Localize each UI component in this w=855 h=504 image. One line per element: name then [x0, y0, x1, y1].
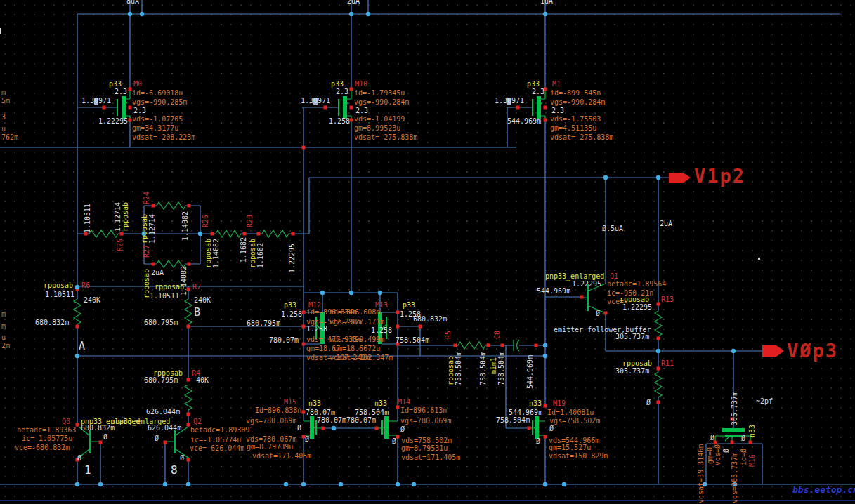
pin-label-v1p2[interactable]: V1p2 — [694, 166, 745, 185]
schematic-label: id=Ø — [740, 449, 748, 465]
schematic-label: vdsat=-275.838m — [550, 134, 613, 141]
schematic-label: 1.22295 — [289, 244, 296, 273]
schematic-label: 1.258 — [371, 327, 392, 334]
schematic-label: 240K — [84, 297, 100, 304]
schematic-label: vdsat=-208.223m — [132, 134, 195, 141]
schematic-label: 305.737m — [615, 368, 649, 375]
schematic-label: vds=758.502m — [401, 437, 452, 444]
schematic-label: 1.10511 — [45, 291, 74, 298]
schematic-label: vds=-1.07705 — [132, 116, 183, 123]
schematic-label: 1.258 — [306, 326, 327, 333]
schematic-label: 1.12714 — [115, 202, 122, 232]
schematic-label: Ø — [549, 425, 554, 432]
schematic-label: vdsat=-102.347m — [329, 354, 393, 362]
schematic-label: Ø — [596, 310, 600, 317]
schematic-label: 758.504m — [455, 352, 462, 385]
schematic-label: gm=Ø — [707, 447, 714, 464]
schematic-label: 305.737m — [731, 392, 738, 425]
schematic-label: 2.3 — [336, 88, 348, 95]
schematic-label: gm=15.527u — [549, 444, 591, 451]
schematic-label: 2uA — [660, 220, 672, 227]
schematic-label: R25 — [117, 239, 124, 251]
schematic-label: id=-896.608n — [329, 309, 380, 316]
schematic-label: 780.07m — [306, 409, 335, 416]
schematic-label: 1.22295 — [98, 118, 128, 125]
schematic-label: 544.969m — [537, 288, 570, 295]
schematic-label: m — [1, 323, 6, 330]
schematic-label: 1.10511 — [150, 293, 179, 300]
pin-label-v0p3[interactable]: VØp3 — [787, 341, 838, 360]
schematic-label: 8uA — [126, 0, 139, 5]
schematic-label: 626.044m — [146, 409, 180, 416]
schematic-label: rpposab — [155, 284, 184, 291]
schematic-label: 1.30971 — [301, 98, 330, 105]
schematic-label: rpposab — [122, 202, 129, 232]
schematic-label: rpposab — [620, 296, 649, 303]
schematic-label: A — [79, 341, 85, 352]
schematic-label: u — [1, 334, 6, 341]
schematic-label: 758.504m — [496, 417, 530, 424]
schematic-label: Ø — [400, 426, 405, 433]
schematic-label: 680.832m — [413, 316, 447, 323]
schematic-label: 1.10511 — [84, 204, 91, 233]
schematic-label: R24 — [143, 192, 150, 204]
schematic-label: M10 — [355, 81, 367, 88]
schematic-label: 680.795m — [144, 377, 178, 384]
schematic-label: gm=8.79739u — [247, 444, 293, 451]
schematic-label: vdsat=171.405m — [401, 454, 460, 461]
schematic-label: 1.30971 — [495, 98, 524, 105]
schematic-label: Id=896.613n — [400, 407, 447, 414]
schematic-label: 1.22295 — [572, 281, 601, 288]
schematic-label: p33 — [527, 81, 540, 88]
schematic-label: rpposab — [249, 239, 256, 268]
schematic-label: 1.14082 — [182, 211, 189, 241]
schematic-label: vdsat=39.3146m — [698, 444, 705, 503]
schematic-label: R6 — [81, 282, 90, 289]
schematic-label: rpposab — [205, 239, 212, 268]
schematic-label: vgs=780.069m — [246, 418, 296, 425]
schematic-label: 1.22295 — [622, 304, 652, 311]
schematic-label: C0 — [494, 331, 501, 339]
schematic-label: 758.504m — [498, 352, 505, 385]
schematic-label: Ø — [392, 438, 396, 445]
schematic-label: 1.30971 — [81, 98, 111, 105]
schematic-label: M1 — [552, 81, 561, 88]
schematic-label: 2.3 — [115, 88, 127, 95]
schematic-label: 8 — [171, 465, 178, 476]
schematic-label: 3 — [1, 114, 6, 121]
schematic-label: M16 — [749, 454, 756, 467]
schematic-label: vds=-499.499m — [329, 336, 384, 343]
schematic-label: 544.969m — [509, 409, 542, 416]
schematic-label: 626.044m — [148, 425, 181, 432]
schematic-label: Ø — [710, 435, 714, 442]
schematic-label: 1uA — [540, 0, 553, 5]
schematic-label: Q2 — [193, 418, 202, 425]
schematic-label: pnp33_enlarged — [545, 273, 604, 280]
schematic-label: vds=Ø — [714, 444, 722, 465]
schematic-label: vgs=-990.284m — [550, 99, 605, 106]
schematic-label: 780.07m — [269, 337, 299, 344]
schematic-label: Ø — [741, 435, 745, 442]
schematic-label: rpposab — [44, 282, 73, 289]
schematic-label: n33 — [529, 400, 542, 407]
schematic-label: m — [1, 89, 6, 96]
schematic-label: vgs=780.069m — [400, 418, 451, 425]
schematic-label: Id=896.838n — [255, 407, 301, 414]
schematic-label: vdsat=171.405m — [252, 453, 311, 460]
schematic-label: 1.1682 — [257, 243, 264, 268]
schematic-label: rpposab — [622, 360, 652, 367]
schematic-label: gm=34.3177u — [132, 125, 178, 132]
schematic-label: Ø — [180, 455, 184, 462]
schematic-label: Q1 — [610, 273, 618, 280]
schematic-label: id=-899.545n — [550, 90, 601, 97]
schematic-label: 1.258 — [329, 118, 350, 125]
schematic-label: R5 — [445, 331, 452, 339]
schematic-label: 544.969m — [527, 355, 534, 389]
schematic-label: 1.258 — [281, 311, 302, 318]
schematic-label: 762m — [1, 134, 18, 141]
schematic-label: R13 — [661, 296, 674, 303]
schematic-label: R11 — [661, 360, 674, 367]
schematic-label: Id=1.40081u — [547, 409, 594, 416]
schematic-canvas[interactable]: 8uA2uA1uAm5m3u762mmmu2mp33M02.3id=-6.690… — [0, 0, 855, 504]
schematic-label: gm=8.79531u — [401, 445, 448, 452]
